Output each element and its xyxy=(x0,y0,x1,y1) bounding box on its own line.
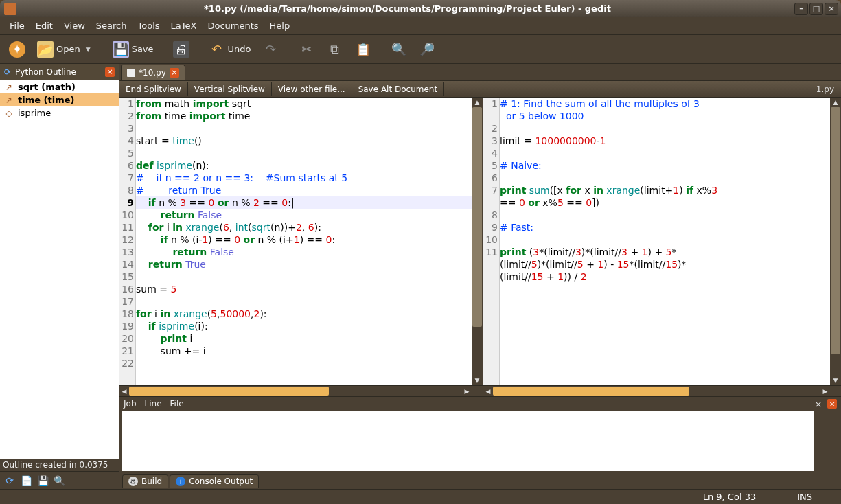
paste-button[interactable]: 📋 xyxy=(350,38,376,61)
bottom-tab-console[interactable]: i Console Output xyxy=(170,474,259,488)
code-area-right[interactable]: 1 234567 891011 # 1: Find the sum of all… xyxy=(483,98,841,385)
vscroll-right[interactable]: ▲ ▼ xyxy=(830,98,841,385)
main-content: ⟳ Python Outline × ↗sqrt (math)↗time (ti… xyxy=(0,64,841,489)
find-button[interactable]: 🔍 xyxy=(386,38,412,61)
menu-edit[interactable]: Edit xyxy=(30,19,58,33)
menu-tools[interactable]: Tools xyxy=(133,19,165,33)
scroll-down-icon[interactable]: ▼ xyxy=(472,376,483,385)
scroll-up-icon[interactable]: ▲ xyxy=(830,98,841,107)
scroll-left-icon[interactable]: ◀ xyxy=(483,386,493,396)
side-panel: ⟳ Python Outline × ↗sqrt (math)↗time (ti… xyxy=(0,64,119,489)
new-doc-icon[interactable]: 📄 xyxy=(19,474,33,488)
print-icon: 🖨 xyxy=(173,41,189,58)
document-tabs: *10.py × xyxy=(119,64,841,80)
side-panel-close-icon[interactable]: × xyxy=(105,67,115,77)
status-position: Ln 9, Col 33 xyxy=(682,492,776,502)
info-icon: i xyxy=(176,477,185,486)
refresh-icon[interactable]: ⟳ xyxy=(4,67,11,77)
col-line[interactable]: Line xyxy=(145,399,162,409)
scroll-right-icon[interactable]: ▶ xyxy=(820,386,830,396)
side-panel-toolbar: ⟳ 📄 💾 🔍 xyxy=(0,471,119,489)
view-other-file-button[interactable]: View other file... xyxy=(272,82,352,96)
split-editors: 12345678910111213141516171819202122 from… xyxy=(119,98,841,396)
col-job[interactable]: Job xyxy=(124,399,137,409)
print-button[interactable]: 🖨 xyxy=(168,38,194,61)
bottom-tab-build[interactable]: ⚙ Build xyxy=(122,474,168,488)
new-button[interactable]: ✦ xyxy=(4,38,30,61)
col-file[interactable]: File xyxy=(170,399,184,409)
menu-documents[interactable]: Documents xyxy=(202,19,264,33)
outline-item[interactable]: ◇isprime xyxy=(0,106,119,119)
menu-latex[interactable]: LaTeX xyxy=(165,19,203,33)
split-toolbar: End Splitview Vertical Splitview View ot… xyxy=(119,80,841,98)
window-title: *10.py (/media/Terra/home/simon/Document… xyxy=(21,3,794,14)
outline-item[interactable]: ↗sqrt (math) xyxy=(0,80,119,93)
menu-file[interactable]: File xyxy=(4,19,30,33)
symbol-icon: ◇ xyxy=(4,108,14,118)
hscroll-thumb[interactable] xyxy=(493,387,689,396)
end-splitview-button[interactable]: End Splitview xyxy=(119,82,188,96)
hscroll-left[interactable]: ◀ ▶ xyxy=(119,385,483,396)
open-dropdown-icon[interactable]: ▼ xyxy=(83,46,93,53)
folder-open-icon: 📂 xyxy=(37,41,54,58)
find-replace-icon: 🔎 xyxy=(419,41,435,58)
outline-item[interactable]: ↗time (time) xyxy=(0,93,119,106)
redo-button[interactable]: ↷ xyxy=(258,38,284,61)
outline-item-label: time (time) xyxy=(18,95,74,105)
bottom-panel-body[interactable] xyxy=(122,411,814,471)
close-button[interactable]: × xyxy=(825,3,838,15)
side-panel-tab[interactable]: ⟳ Python Outline × xyxy=(0,64,119,80)
tab-close-icon[interactable]: × xyxy=(170,68,179,78)
scroll-thumb[interactable] xyxy=(831,107,840,354)
paste-icon: 📋 xyxy=(355,41,371,58)
code-right[interactable]: # 1: Find the sum of all the multiples o… xyxy=(500,98,830,385)
open-button[interactable]: 📂Open▼ xyxy=(32,38,98,61)
outline-list[interactable]: ↗sqrt (math)↗time (time)◇isprime xyxy=(0,80,119,459)
panel-hide-icon[interactable]: × xyxy=(814,399,823,409)
copy-button[interactable]: ⧉ xyxy=(322,38,348,61)
save-alt-document-button[interactable]: Save Alt Document xyxy=(352,82,445,96)
scroll-left-icon[interactable]: ◀ xyxy=(119,386,129,396)
save-icon: 💾 xyxy=(113,41,129,58)
editor-right: 1 234567 891011 # 1: Find the sum of all… xyxy=(483,98,841,396)
find-outline-icon[interactable]: 🔍 xyxy=(52,474,66,488)
scroll-thumb[interactable] xyxy=(472,107,482,327)
cut-button[interactable]: ✂ xyxy=(294,38,320,61)
save-button[interactable]: 💾Save xyxy=(108,38,159,61)
hscroll-right[interactable]: ◀ ▶ xyxy=(483,385,841,396)
undo-icon: ↶ xyxy=(209,41,225,58)
scroll-up-icon[interactable]: ▲ xyxy=(472,98,483,107)
refresh-outline-icon[interactable]: ⟳ xyxy=(3,474,16,488)
app-icon xyxy=(4,3,16,15)
bottom-panel-tabs: ⚙ Build i Console Output xyxy=(119,474,841,489)
panel-close-icon[interactable]: × xyxy=(827,399,837,409)
symbol-icon: ↗ xyxy=(4,82,14,92)
build-icon: ⚙ xyxy=(128,477,138,486)
undo-button[interactable]: ↶Undo xyxy=(204,38,256,61)
cut-icon: ✂ xyxy=(299,41,315,58)
find-replace-button[interactable]: 🔎 xyxy=(414,38,440,61)
vertical-splitview-button[interactable]: Vertical Splitview xyxy=(188,82,272,96)
maximize-button[interactable]: □ xyxy=(809,3,823,15)
outline-status: Outline created in 0.0375 xyxy=(0,459,119,471)
save-outline-icon[interactable]: 💾 xyxy=(36,474,49,488)
menu-help[interactable]: Help xyxy=(264,19,296,33)
status-bar: Ln 9, Col 33 INS xyxy=(0,489,841,504)
scroll-right-icon[interactable]: ▶ xyxy=(462,386,472,396)
status-mode[interactable]: INS xyxy=(776,492,833,502)
document-tab[interactable]: *10.py × xyxy=(121,65,185,80)
window-controls: – □ × xyxy=(794,3,841,15)
vscroll-left[interactable]: ▲ ▼ xyxy=(472,98,483,385)
redo-icon: ↷ xyxy=(263,41,279,58)
menu-view[interactable]: View xyxy=(58,19,91,33)
bottom-panel-header: Job Line File × × xyxy=(119,397,841,411)
code-area-left[interactable]: 12345678910111213141516171819202122 from… xyxy=(119,98,483,385)
menu-search[interactable]: Search xyxy=(91,19,133,33)
hscroll-thumb[interactable] xyxy=(129,387,329,396)
code-left[interactable]: from math import sqrtfrom time import ti… xyxy=(136,98,472,385)
new-icon: ✦ xyxy=(9,41,25,58)
scroll-down-icon[interactable]: ▼ xyxy=(830,376,841,385)
outline-item-label: sqrt (math) xyxy=(18,82,76,92)
document-tab-label: *10.py xyxy=(139,68,166,78)
minimize-button[interactable]: – xyxy=(794,3,808,15)
